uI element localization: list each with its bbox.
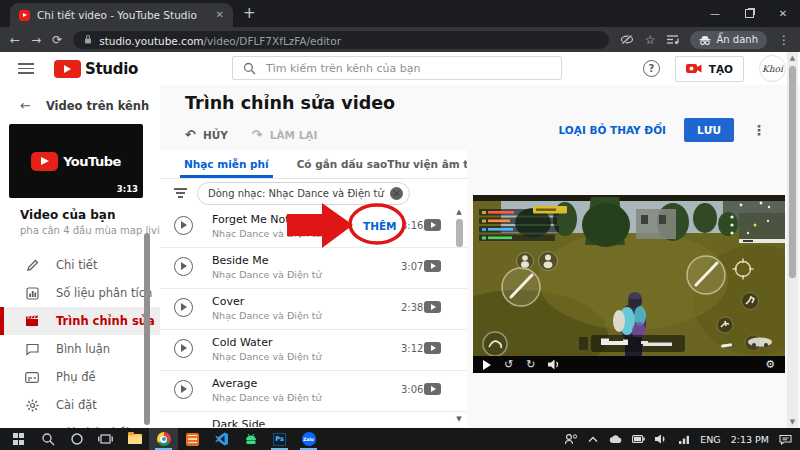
back-icon[interactable]: ← (10, 34, 20, 46)
file-explorer-icon[interactable] (120, 428, 149, 450)
chrome-icon[interactable] (149, 428, 178, 450)
play-preview-icon[interactable] (174, 216, 193, 235)
redo-button[interactable]: ↷LÀM LẠI (252, 127, 318, 142)
volume-icon[interactable] (548, 359, 561, 370)
audio-library-card: Nhạc miễn phí Có gắn dấu sao Thư viện âm… (160, 150, 467, 427)
avatar[interactable]: Khoi (759, 55, 786, 82)
speaker-icon[interactable] (655, 434, 668, 444)
orange-app-icon[interactable] (178, 428, 207, 450)
youtube-listen-icon[interactable] (424, 219, 441, 231)
remove-filter-icon[interactable]: ✕ (390, 187, 403, 200)
undo-button[interactable]: ↶HỦY (185, 127, 228, 142)
track-row[interactable]: Cold Water Nhạc Dance và Điện tử 3:12 (160, 330, 467, 371)
bookmark-star-icon[interactable]: ☆ (645, 34, 656, 46)
forward-icon[interactable]: → (31, 34, 41, 46)
play-preview-icon[interactable] (174, 380, 193, 399)
create-button[interactable]: TẠO (675, 56, 744, 82)
channel-search (232, 56, 562, 80)
new-tab-button[interactable]: + (243, 4, 256, 22)
window-close-button[interactable]: ✕ (766, 0, 800, 27)
address-bar[interactable]: studio.youtube.com/video/DFLF7XfLzFA/edi… (73, 31, 609, 49)
thumbnail-brand: YouTube (63, 154, 121, 169)
play-preview-icon[interactable] (174, 339, 193, 358)
media-controls-icon[interactable] (666, 34, 679, 45)
editor-menu-icon[interactable]: ⋮ (752, 122, 766, 138)
discard-changes-button[interactable]: LOẠI BỎ THAY ĐỔI (559, 124, 666, 136)
list-scroll-up-icon[interactable]: ▲ (454, 208, 464, 216)
studio-logo[interactable]: Studio (54, 60, 138, 78)
play-preview-icon[interactable] (174, 257, 193, 276)
browser-tab[interactable]: Chi tiết video - YouTube Studio ✕ (10, 3, 233, 27)
tab-close-icon[interactable]: ✕ (216, 10, 224, 20)
tab-starred[interactable]: Có gắn dấu sao (297, 158, 388, 170)
start-button[interactable] (4, 428, 33, 450)
track-row[interactable]: Beside Me Nhạc Dance và Điện tử 3:07 (160, 248, 467, 289)
back-to-channel-videos[interactable]: ← Video trên kênh (0, 85, 160, 121)
filter-icon[interactable] (174, 188, 187, 198)
page-scrollbar[interactable]: ▲ ▼ (787, 52, 798, 428)
battery-icon[interactable] (632, 435, 645, 443)
task-view-icon[interactable] (91, 428, 120, 450)
scroll-up-icon[interactable]: ▲ (787, 54, 798, 62)
vscode-icon[interactable] (207, 428, 236, 450)
track-row-partial[interactable]: Dark Side (160, 412, 467, 427)
tray-expand-chevron-icon[interactable] (588, 436, 598, 443)
people-icon[interactable] (564, 433, 578, 445)
sidebar-item-comments[interactable]: Bình luận (0, 335, 160, 363)
player-settings-icon[interactable]: ⚙ (765, 358, 775, 371)
tab-free-music[interactable]: Nhạc miễn phí (184, 150, 269, 178)
photoshop-icon[interactable]: Ps (265, 428, 294, 450)
play-preview-icon[interactable] (174, 298, 193, 317)
android-icon[interactable] (236, 428, 265, 450)
seek-forward-icon[interactable]: ↻ (526, 359, 535, 370)
taskbar-search-icon[interactable] (33, 428, 62, 450)
youtube-listen-icon[interactable] (424, 260, 441, 272)
browser-menu-icon[interactable]: ⋮ (778, 33, 790, 47)
list-scrollbar[interactable] (456, 219, 463, 247)
search-input[interactable] (264, 61, 551, 76)
clock[interactable]: 2:13 PM (731, 434, 769, 445)
help-icon[interactable]: ? (643, 60, 660, 77)
video-preview-player[interactable]: ↺ ↻ ⚙ (473, 195, 785, 373)
window-minimize-button[interactable]: — (698, 0, 732, 27)
eye-off-icon[interactable] (620, 34, 634, 45)
sidebar-menu: Chi tiết Số liệu phân tích Trình chỉnh s… (0, 251, 160, 447)
undo-icon: ↶ (185, 127, 196, 142)
studio-header: Studio ? TẠO Khoi (0, 52, 800, 86)
youtube-listen-icon[interactable] (424, 342, 441, 354)
system-tray: ENG 2:13 PM (564, 433, 800, 445)
page-scrollbar-thumb[interactable] (789, 66, 796, 278)
sidebar-scrollbar[interactable] (144, 233, 150, 425)
tab-audio-library[interactable]: Thư viện âm thanh (387, 158, 467, 170)
window-restore-button[interactable] (732, 0, 766, 27)
save-button[interactable]: LƯU (684, 118, 734, 142)
youtube-listen-icon[interactable] (424, 383, 441, 395)
track-row[interactable]: Average Nhạc Dance và Điện tử 3:06 (160, 371, 467, 412)
cortana-icon[interactable] (62, 428, 91, 450)
list-scroll-down-icon[interactable]: ▼ (454, 415, 464, 423)
reload-icon[interactable]: ⟳ (52, 34, 62, 46)
language-indicator[interactable]: ENG (700, 434, 720, 445)
sidebar-item-settings[interactable]: Cài đặt (0, 391, 160, 419)
sidebar-item-analytics[interactable]: Số liệu phân tích (0, 279, 160, 307)
sidebar-item-subtitles[interactable]: Phụ đề (0, 363, 160, 391)
tab-title: Chi tiết video - YouTube Studio (37, 9, 209, 21)
add-track-button[interactable]: THÊM (363, 220, 397, 232)
youtube-listen-icon[interactable] (424, 301, 441, 313)
sidebar-item-editor[interactable]: Trình chỉnh sửa (0, 307, 160, 335)
url-path: /video/DFLF7XfLzFA/editor (204, 35, 341, 47)
network-signal-icon[interactable] (678, 435, 690, 444)
track-row[interactable]: Forget Me Not Nhạc Dance và Điện tử THÊM… (160, 207, 467, 248)
screen: Chi tiết video - YouTube Studio ✕ + — ✕ … (0, 0, 800, 450)
onedrive-cloud-icon[interactable] (608, 434, 622, 444)
scroll-down-icon[interactable]: ▼ (787, 418, 798, 426)
sidebar-item-details[interactable]: Chi tiết (0, 251, 160, 279)
hamburger-menu-icon[interactable] (18, 63, 34, 74)
action-center-icon[interactable] (779, 434, 792, 445)
track-row[interactable]: Cover Nhạc Dance và Điện tử 2:38 (160, 289, 467, 330)
zalo-icon[interactable]: Zalo (294, 428, 323, 450)
video-thumbnail[interactable]: YouTube 3:13 (9, 124, 143, 198)
player-play-icon[interactable] (483, 360, 491, 370)
genre-filter-chip[interactable]: Dòng nhạc: Nhạc Dance và Điện tử ✕ (197, 182, 410, 205)
seek-back-icon[interactable]: ↺ (504, 359, 513, 370)
